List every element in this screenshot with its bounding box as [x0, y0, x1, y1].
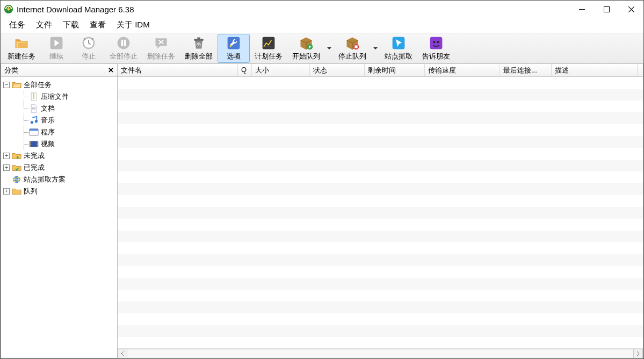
tree-item-0[interactable]: −全部任务 — [1, 79, 117, 91]
toolbar-label: 开始队列 — [292, 52, 320, 61]
toolbar-scheduler-button[interactable]: 计划任务 — [250, 34, 287, 63]
column-header-3[interactable]: 状态 — [310, 64, 365, 76]
stop-all-icon — [116, 35, 131, 51]
tree-node-icon — [12, 152, 21, 160]
resume-icon — [49, 35, 64, 51]
svg-point-21 — [437, 41, 439, 43]
tree-node-icon — [12, 81, 21, 89]
start-queue-icon — [299, 35, 314, 51]
column-header-1[interactable]: Q — [238, 64, 252, 76]
tree-toggle-icon[interactable]: + — [3, 188, 10, 195]
menu-file[interactable]: 文件 — [31, 18, 57, 32]
toolbar-new-task-button[interactable]: 新建任务 — [3, 34, 40, 63]
tree-item-4[interactable]: 程序 — [1, 126, 117, 138]
tree-item-2[interactable]: 文档 — [1, 103, 117, 114]
svg-rect-8 — [121, 40, 124, 46]
toolbar-tell-friend-button[interactable]: 告诉朋友 — [417, 34, 455, 63]
table-row — [118, 290, 643, 301]
tree-toggle-icon[interactable]: + — [3, 153, 10, 159]
menu-view[interactable]: 查看 — [84, 18, 111, 32]
toolbar-stop-queue-button[interactable]: 停止队列 — [334, 34, 371, 63]
toolbar-stop-all-button: 全部停止 — [105, 34, 142, 63]
table-row — [118, 183, 643, 195]
titlebar: Internet Download Manager 6.38 — [1, 1, 643, 18]
categories-tree: −全部任务压缩文件文档音乐程序视频+未完成+已完成站点抓取方案+队列 — [1, 77, 117, 358]
column-header-0[interactable]: 文件名 — [118, 64, 238, 76]
tree-item-5[interactable]: 视频 — [1, 138, 117, 150]
svg-rect-19 — [430, 37, 443, 49]
scroll-right-icon[interactable] — [633, 349, 643, 358]
table-row — [118, 219, 643, 231]
svg-rect-11 — [197, 38, 200, 40]
tree-node-icon — [29, 92, 39, 101]
column-header-4[interactable]: 剩余时间 — [365, 64, 425, 76]
tree-item-3[interactable]: 音乐 — [1, 114, 117, 126]
toolbar-label: 继续 — [49, 52, 63, 61]
table-row — [118, 207, 643, 219]
table-row — [118, 124, 643, 136]
tree-toggle-icon[interactable]: + — [3, 164, 10, 171]
toolbar-label: 停止 — [82, 52, 96, 61]
minimize-button[interactable] — [569, 1, 594, 18]
toolbar-stop-queue-dropdown[interactable] — [371, 34, 380, 63]
maximize-button[interactable] — [594, 1, 619, 18]
scroll-left-icon[interactable] — [118, 349, 127, 358]
svg-rect-27 — [30, 129, 38, 131]
svg-rect-34 — [37, 142, 38, 143]
svg-rect-32 — [30, 143, 31, 145]
column-header-5[interactable]: 传输速度 — [425, 64, 500, 76]
menu-download[interactable]: 下载 — [57, 18, 84, 32]
categories-panel: 分类 ✕ −全部任务压缩文件文档音乐程序视频+未完成+已完成站点抓取方案+队列 — [1, 64, 118, 358]
toolbar-stop-button: 停止 — [73, 34, 105, 63]
tree-item-8[interactable]: 站点抓取方案 — [1, 174, 117, 185]
tree-item-label: 压缩文件 — [41, 92, 69, 102]
tree-item-6[interactable]: +未完成 — [1, 150, 117, 162]
tree-item-1[interactable]: 压缩文件 — [1, 91, 117, 103]
svg-rect-9 — [124, 40, 126, 46]
categories-title: 分类 — [4, 66, 18, 75]
close-button[interactable] — [619, 1, 643, 18]
toolbar-label: 选项 — [227, 52, 241, 61]
svg-point-7 — [118, 37, 130, 49]
menu-about[interactable]: 关于 IDM — [111, 18, 155, 32]
toolbar-start-queue-dropdown[interactable] — [325, 34, 334, 63]
svg-rect-35 — [37, 143, 38, 145]
svg-rect-23 — [33, 93, 34, 99]
scroll-track[interactable] — [127, 349, 633, 358]
tell-friend-icon — [429, 35, 444, 51]
toolbar-start-queue-button[interactable]: 开始队列 — [287, 34, 325, 63]
svg-rect-17 — [354, 45, 357, 48]
toolbar-grabber-button[interactable]: 站点抓取 — [380, 34, 417, 63]
categories-close-icon[interactable]: ✕ — [108, 66, 114, 74]
column-header-6[interactable]: 最后连接... — [500, 64, 552, 76]
tree-item-label: 全部任务 — [24, 80, 52, 90]
table-row — [118, 160, 643, 171]
table-row — [118, 112, 643, 124]
horizontal-scrollbar[interactable] — [118, 348, 643, 358]
toolbar-options-button[interactable]: 选项 — [218, 34, 250, 63]
toolbar-label: 删除全部 — [185, 52, 213, 61]
options-icon — [226, 35, 241, 51]
column-header-7[interactable]: 描述 — [552, 64, 638, 76]
toolbar-label: 告诉朋友 — [422, 52, 450, 61]
window-title: Internet Download Manager 6.38 — [17, 5, 134, 14]
menu-tasks[interactable]: 任务 — [4, 18, 31, 32]
table-row — [118, 77, 643, 89]
svg-point-24 — [31, 121, 33, 124]
tree-node-icon — [29, 140, 39, 148]
svg-rect-36 — [37, 146, 38, 147]
column-header-2[interactable]: 大小 — [252, 64, 310, 76]
tree-item-7[interactable]: +已完成 — [1, 162, 117, 174]
toolbar-delete-all-button[interactable]: 删除全部 — [180, 34, 218, 63]
categories-header: 分类 ✕ — [1, 64, 117, 77]
toolbar: 新建任务继续停止全部停止删除任务删除全部选项计划任务开始队列停止队列站点抓取告诉… — [1, 33, 643, 64]
tree-node-icon — [29, 116, 39, 125]
tree-toggle-icon[interactable]: − — [3, 82, 10, 88]
svg-rect-33 — [30, 146, 31, 147]
downloads-grid[interactable] — [118, 77, 643, 348]
table-row — [118, 266, 643, 278]
table-row — [118, 301, 643, 313]
tree-node-icon — [12, 163, 21, 172]
tree-item-9[interactable]: +队列 — [1, 185, 117, 197]
stop-queue-icon — [345, 35, 360, 51]
